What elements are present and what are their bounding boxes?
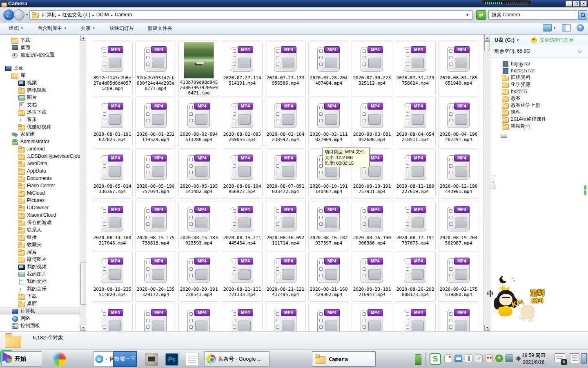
ie-search-button[interactable]: 搜索一下 [113, 351, 137, 367]
sidebar-scrollbar[interactable]: ▲ ▼ [80, 35, 86, 331]
sidebar-item[interactable]: 我的图片 [0, 270, 80, 278]
toolbar-item-4[interactable]: 放映幻灯片 [105, 23, 138, 34]
scroll-down-icon[interactable]: ▼ [484, 325, 490, 331]
sidebar-item[interactable]: 视频 [0, 79, 80, 86]
sidebar-item[interactable]: Documents [0, 175, 80, 182]
file-tile[interactable]: MP4 [437, 302, 480, 331]
file-tile[interactable]: MP42020-08-03-081852686.mp4 [350, 95, 394, 147]
sidebar-item[interactable]: .wxbData [0, 160, 80, 167]
file-tile[interactable]: MP492de2b395fd7cb630f24e44d293a0777.mp4 [134, 39, 177, 95]
file-tile[interactable]: MP42020-08-05-195141482.mp4 [177, 147, 220, 199]
usb-list-item[interactable]: 教案化学上册 [490, 102, 588, 109]
file-tile[interactable]: MP42020-08-02-094513280.mp4 [177, 95, 220, 147]
file-tile[interactable]: MP42020-08-04-190407291.mp4 [437, 95, 480, 147]
file-tile[interactable]: MP42020-08-02-104238592.mp4 [264, 95, 307, 147]
file-tile[interactable]: MP42020-07-31-223758624.mp4 [394, 39, 437, 95]
notepad-icon[interactable] [186, 353, 199, 366]
file-tile[interactable]: MP42020-08-02-111827969.mp4 [307, 95, 350, 147]
usb-safe-tray-icon[interactable] [475, 355, 483, 362]
file-tile[interactable]: MP42020-08-15-211445434.mp4 [220, 199, 264, 250]
sidebar-item[interactable]: .LDSBoxHypervisorGloba [0, 153, 80, 160]
file-tile[interactable]: MP42020-08-15-175738818.mp4 [134, 199, 177, 250]
sidebar-item-selected[interactable]: 计算机 [0, 307, 80, 314]
usb-list-item[interactable]: bdjcjy.rar [490, 60, 588, 67]
sidebar-item[interactable]: 我的视频 [0, 263, 80, 270]
file-tile[interactable]: MP42020-08-05-190757054.mp4 [134, 147, 177, 199]
sidebar-item[interactable]: 音乐 [0, 116, 80, 123]
file-tile[interactable]: MP4 [177, 302, 220, 331]
file-tile[interactable]: MP42020-08-19-235514820.mp4 [91, 250, 134, 302]
sidebar-item[interactable]: 下载 [0, 292, 80, 300]
chrome-task-button[interactable]: 头条号 - Google ... [204, 351, 270, 367]
sidebar-item[interactable]: 下载 [0, 36, 80, 44]
usb-list-item[interactable]: hx2015.rar [490, 67, 588, 74]
nav-history-caret-icon[interactable]: ▼ [25, 13, 29, 17]
file-tile[interactable]: MP42020-07-28-204407484.mp4 [307, 39, 350, 95]
antivirus-doctor-tray-icon[interactable] [485, 355, 493, 362]
sidebar-item[interactable]: 链接 [0, 233, 80, 241]
sidebar-item[interactable]: 迅雷下载 [0, 108, 80, 116]
file-tile[interactable]: MP4 [350, 302, 394, 331]
toolbar-item-5[interactable]: 新建文件夹 [144, 23, 176, 34]
toolbar-item-1[interactable]: 组织▼ [5, 23, 28, 34]
file-tile[interactable]: MP42020-08-16-190906380.mp4 [350, 199, 394, 250]
file-tile[interactable]: MP42020-08-26-202808173.mp4 [394, 250, 437, 302]
taskbar-clock[interactable]: 19:59 周四 2021/8/26 [522, 352, 545, 366]
preview-pane-button[interactable] [562, 24, 571, 31]
camera-explorer-task-button[interactable]: Camera [312, 351, 376, 367]
file-tile[interactable]: MP42020-08-14-180217046.mp4 [91, 199, 134, 250]
file-tile[interactable]: MP42020-08-17-191737075.mp4 [394, 199, 437, 250]
sidebar-item[interactable]: Flash Center [0, 182, 80, 189]
network-tray-icon[interactable] [506, 355, 513, 362]
file-tile[interactable]: MP42020-08-04-054218511.mp4 [394, 95, 437, 147]
file-tile[interactable]: MP42020-08-02-095259055.mp4 [220, 95, 264, 147]
search-input[interactable]: 搜索 Camera [488, 10, 578, 20]
sidebar-item[interactable]: 我的文档 [0, 278, 80, 285]
sidebar-item[interactable]: .android [0, 145, 80, 153]
usb-drive-title[interactable]: U盘 (G:) [494, 36, 514, 44]
show-desktop-button[interactable] [581, 353, 587, 364]
address-dropdown-icon[interactable]: ▼ [466, 13, 472, 17]
usb-dropdown-icon[interactable]: ▼ [516, 38, 519, 42]
file-tile[interactable]: MP42020-07-30-223325112.mp4 [350, 39, 394, 95]
minimize-button[interactable]: _ [566, 1, 572, 7]
sidebar-item[interactable]: Pictures [0, 197, 80, 204]
close-button[interactable]: ✕ [580, 1, 587, 7]
grid-scrollbar[interactable]: ▲ ▼ [483, 35, 490, 331]
drive-icon[interactable] [500, 132, 507, 138]
usb-list-item[interactable]: hx2015 [490, 88, 588, 95]
breadcrumb-separator-icon[interactable]: ▸ [58, 13, 61, 17]
sidebar-item[interactable]: UIDowner [0, 204, 80, 211]
file-tile[interactable]: MP42020-08-01-191622825.mp4 [91, 95, 134, 147]
file-tile[interactable]: MP42020-08-15-183023593.mp4 [177, 199, 220, 250]
file-tile[interactable]: MP42020-08-21-121417495.mp4 [264, 250, 307, 302]
sidebar-item[interactable]: 家庭组 [0, 130, 80, 138]
usb-tray-icon[interactable] [415, 354, 421, 365]
views-button[interactable]: ▼ [543, 24, 556, 31]
toolbar-item-3[interactable]: 共享▼ [77, 23, 100, 34]
usb-list-item[interactable]: 耕耘期刊 [490, 123, 588, 130]
usb-list-item[interactable]: 化学资源 [490, 81, 588, 88]
refresh-button[interactable]: ⇄ [476, 10, 486, 20]
file-tile[interactable]: MP42020-08-12-190443961.mp4 [437, 147, 480, 199]
file-tile[interactable]: MP4 [91, 302, 134, 331]
sidebar-scroll-thumb[interactable] [80, 263, 86, 305]
file-tile[interactable]: MP42020-08-01-232119529.mp4 [134, 95, 177, 147]
app-sphere-icon[interactable] [52, 352, 66, 366]
file-tile[interactable]: MP42020-07-27-133956586.mp4 [264, 39, 307, 95]
breadcrumb-item[interactable]: 计算机 [40, 12, 58, 18]
file-tile[interactable]: MP4 [220, 302, 264, 331]
file-tile[interactable]: MP42020-07-27-114514191.mp4 [220, 39, 264, 95]
notes-tray-icon[interactable] [444, 355, 452, 362]
scroll-down-icon[interactable]: ▼ [80, 325, 86, 331]
file-tile[interactable]: MP42020-08-23-181216947.mp4 [350, 250, 394, 302]
usb-list-item[interactable]: 课件 [490, 109, 588, 116]
sidebar-item[interactable]: 联系人 [0, 226, 80, 233]
help-button[interactable]: ? [577, 24, 584, 31]
address-box[interactable]: 计算机▸红色文化 (J:)▸DCIM▸Camera ▼ [29, 10, 473, 20]
panel-expand-chevron[interactable]: › [490, 175, 496, 189]
camera-app-icon[interactable] [145, 353, 158, 366]
sidebar-item[interactable]: 保存的游戏 [0, 219, 80, 226]
sidebar-item[interactable]: 桌面 [0, 44, 80, 51]
forward-button[interactable]: → [13, 9, 24, 20]
